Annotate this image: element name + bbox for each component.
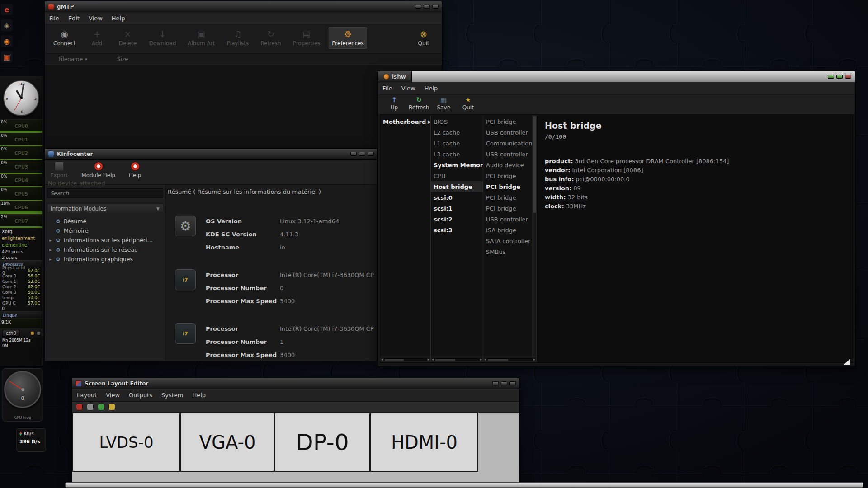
toolbar-icon[interactable] (108, 404, 115, 410)
menu-item[interactable]: Edit (64, 13, 84, 24)
output-box[interactable]: VGA-0 (180, 413, 274, 472)
scrollbar-handle[interactable] (533, 116, 536, 213)
toolbar-icon[interactable] (87, 404, 94, 410)
cpu-chart[interactable]: 8% CPU0 (0, 120, 42, 133)
toolbar-button[interactable]: Export (50, 162, 68, 178)
horizontal-scrollbar[interactable]: ◂ ▸ (483, 357, 536, 362)
toolbar-button[interactable]: + Add (85, 27, 110, 49)
toolbar-button[interactable]: Module Help (81, 162, 115, 178)
process-row[interactable]: clementine (0, 242, 42, 249)
cpu-chart[interactable]: 18% CPU6 (0, 201, 42, 215)
launcher-icon[interactable]: ▣ (1, 51, 13, 63)
scrollbar-handle[interactable] (435, 359, 455, 361)
module-list-item[interactable]: ▸ ⚙ Informations sur le réseau (47, 245, 163, 254)
filename-column-header[interactable]: Filename ▾ (54, 56, 113, 62)
tree-item[interactable]: Motherboard ▶ (380, 116, 430, 127)
menu-item[interactable]: File (378, 83, 397, 94)
tree-item[interactable]: SATA controller (483, 235, 532, 246)
menu-item[interactable]: Help (188, 389, 210, 401)
tree-item[interactable]: L3 cache (431, 149, 483, 160)
search-input[interactable] (50, 190, 160, 197)
close-button[interactable] (509, 381, 516, 385)
minimize-button[interactable] (492, 381, 499, 385)
toolbar-icon[interactable] (76, 404, 83, 410)
scrollbar-handle[interactable] (488, 359, 508, 361)
cpu-chart[interactable]: 0% CPU3 (0, 160, 42, 174)
desktop-shelf[interactable] (65, 482, 863, 488)
tree-item[interactable]: PCI bridge (483, 203, 532, 214)
module-list-item[interactable]: ⚙ Résumé (47, 216, 163, 226)
modules-dropdown[interactable]: Information Modules ▼ (47, 204, 163, 213)
tree-item[interactable]: PCI bridge (483, 116, 532, 127)
menu-item[interactable]: View (397, 83, 420, 94)
toolbar-icon[interactable] (98, 404, 104, 410)
maximize-button[interactable] (836, 75, 843, 79)
gmtp-titlebar[interactable]: gMTP (45, 1, 442, 12)
tree-item[interactable]: PCI bridge (483, 192, 532, 203)
tree-item[interactable]: L2 cache (431, 127, 483, 138)
process-row[interactable]: enlightenment (0, 235, 42, 242)
scroll-right-icon[interactable]: ▸ (533, 358, 535, 361)
maximize-button[interactable] (501, 381, 507, 385)
tree-item[interactable]: CPU (431, 170, 483, 181)
tree-item[interactable]: PCI bridge (483, 170, 532, 181)
toolbar-button[interactable]: ↑ Up (384, 96, 404, 111)
scroll-left-icon[interactable]: ◂ (432, 358, 434, 361)
output-box[interactable]: DP-0 (274, 413, 370, 472)
tree-item[interactable]: USB controller (483, 149, 532, 160)
menu-item[interactable]: View (84, 13, 107, 24)
vertical-scrollbar[interactable] (532, 115, 536, 357)
toolbar-button[interactable]: Help (129, 162, 141, 178)
toolbar-button[interactable]: ♫ Playlists (223, 27, 252, 49)
menu-item[interactable]: File (45, 13, 64, 24)
maximize-button[interactable] (424, 5, 430, 9)
menu-item[interactable]: Help (420, 83, 443, 94)
tree-item[interactable]: Host bridge (431, 181, 483, 192)
kinfocenter-titlebar[interactable]: KInfocenter (45, 149, 377, 160)
minimize-button[interactable] (828, 75, 834, 79)
horizontal-scrollbar[interactable]: ◂ ▸ (431, 357, 483, 362)
toolbar-button[interactable]: ▤ Properties (290, 27, 324, 49)
toolbar-button[interactable]: ★ Quit (458, 96, 478, 111)
tree-item[interactable]: USB controller (483, 127, 532, 138)
toolbar-button[interactable]: ▣ Album Art (184, 27, 218, 49)
module-list-item[interactable]: ▸ ⚙ Informations sur les périphéri… (47, 235, 163, 245)
menu-item[interactable]: View (101, 389, 124, 401)
tree-item[interactable]: scsi:1 (431, 203, 483, 214)
lshw-titlebar[interactable]: lshw (378, 71, 855, 82)
close-button[interactable] (845, 75, 851, 79)
tree-item[interactable]: L1 cache (431, 138, 483, 149)
tree-item[interactable]: USB controller (483, 214, 532, 225)
tree-item[interactable]: scsi:3 (431, 225, 483, 235)
launcher-icon[interactable]: ◉ (1, 35, 13, 47)
scroll-right-icon[interactable]: ▸ (428, 358, 429, 361)
menu-item[interactable]: Help (107, 13, 130, 24)
output-box[interactable]: HDMI-0 (370, 413, 478, 472)
expander-icon[interactable]: ▸ (48, 248, 52, 252)
tree-item[interactable]: Audio device (483, 160, 532, 170)
sle-titlebar[interactable]: Screen Layout Editor (72, 378, 519, 389)
cpu-chart[interactable]: 0% CPU2 (0, 147, 42, 160)
close-button[interactable] (368, 152, 374, 156)
tree-item[interactable]: BIOS (431, 116, 483, 127)
layout-canvas[interactable]: LVDS-0 VGA-0 DP-0 HDMI-0 (72, 413, 519, 488)
minimize-button[interactable] (415, 5, 421, 9)
toolbar-button[interactable]: ⚙ Preferences (329, 27, 367, 49)
horizontal-scrollbar[interactable]: ◂ ▸ (380, 357, 430, 362)
scroll-left-icon[interactable]: ◂ (484, 358, 486, 361)
toolbar-button[interactable]: ▦ Save (434, 96, 453, 111)
close-button[interactable] (432, 5, 439, 9)
tree-item[interactable]: scsi:0 (431, 192, 483, 203)
toolbar-button[interactable]: ◉ Connect (50, 27, 79, 49)
scroll-left-icon[interactable]: ◂ (381, 358, 383, 361)
tree-item[interactable]: ISA bridge (483, 225, 532, 235)
toolbar-button[interactable]: ⊗ Quit (411, 27, 436, 49)
menu-item[interactable]: Outputs (124, 389, 157, 401)
search-field[interactable] (47, 188, 163, 198)
toolbar-button[interactable]: × Delete (115, 27, 141, 49)
tree-item[interactable]: System Memory (431, 160, 483, 170)
toolbar-button[interactable]: ↻ Refresh (409, 96, 429, 111)
cpu-chart[interactable]: 0% CPU4 (0, 174, 42, 188)
toolbar-button[interactable]: ↓ Download (146, 27, 179, 49)
maximize-button[interactable] (359, 152, 365, 156)
